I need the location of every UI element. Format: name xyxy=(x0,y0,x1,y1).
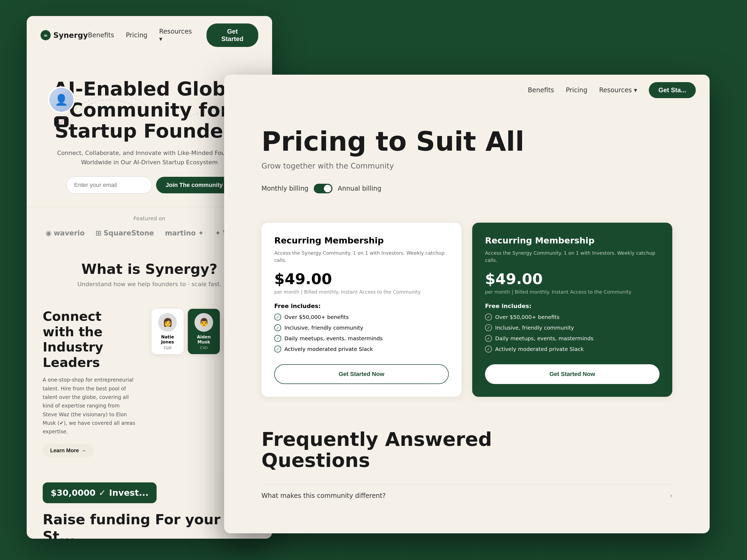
premium-feature-4: ✓ Actively moderated private Slack xyxy=(485,346,660,352)
join-btn[interactable]: Join The community xyxy=(156,177,232,193)
premium-price-meta: per month | Billed monthly. Instant Acce… xyxy=(485,289,660,295)
premium-desc: Access the Synergy Community. 1 on 1 wit… xyxy=(485,249,660,264)
billing-monthly-label: Monthly billing xyxy=(261,185,308,192)
pricing-nav-resources[interactable]: Resources ▾ xyxy=(599,86,637,94)
basic-title: Recurring Membership xyxy=(274,236,449,246)
logo-squarestone: ⊞SquareStone xyxy=(96,229,154,237)
invest-label: Invest... xyxy=(109,488,149,498)
basic-features-title: Free includes: xyxy=(274,303,449,309)
premium-check-3: ✓ xyxy=(485,335,492,342)
faq-heading: Frequently Answered Questions xyxy=(261,429,672,471)
faq-section: Frequently Answered Questions What makes… xyxy=(224,413,710,523)
logo-icon: ∞ xyxy=(41,30,51,40)
billing-annual-label: Annual billing xyxy=(338,185,381,192)
person-natie: 👩 Natie Jones CLO xyxy=(152,309,184,354)
premium-feature-3: ✓ Daily meetups, events, masterminds xyxy=(485,335,660,342)
premium-features-title: Free includes: xyxy=(485,303,660,309)
basic-feature-2: ✓ Inclusive, friendly community xyxy=(274,324,449,331)
pricing-nav-cta[interactable]: Get Sta... xyxy=(649,82,696,98)
billing-toggle: Monthly billing Annual billing xyxy=(261,184,672,193)
faq-item-1[interactable]: What makes this community different? › xyxy=(261,484,672,507)
main-nav: ∞ Synergy Benefits Pricing Resources ▾ G… xyxy=(27,16,272,54)
premium-feature-1: ✓ Over $50,000+ benefits xyxy=(485,314,660,321)
pricing-page-card: Benefits Pricing Resources ▾ Get Sta... … xyxy=(224,75,710,533)
amount-badge: $30,0000 ✓ Invest... xyxy=(43,482,157,503)
check-icon-3: ✓ xyxy=(274,335,281,342)
basic-feature-1: ✓ Over $50,000+ benefits xyxy=(274,314,449,321)
faq-arrow-1: › xyxy=(670,492,672,500)
pricing-heading: Pricing to Suit All xyxy=(261,127,672,156)
nav-pricing[interactable]: Pricing xyxy=(126,31,148,39)
connect-body: A one-stop-shop for entrepreneurial tale… xyxy=(43,375,135,436)
nav-links: Benefits Pricing Resources ▾ Get Started xyxy=(88,24,258,47)
premium-price: $49.00 xyxy=(485,270,660,288)
logo-martino: martino ✦ xyxy=(165,229,204,237)
nav-cta-button[interactable]: Get Started xyxy=(206,24,258,47)
pricing-subheading: Grow together with the Community xyxy=(261,162,672,170)
premium-check-2: ✓ xyxy=(485,324,492,331)
brand-name: Synergy xyxy=(53,31,88,40)
basic-desc: Access the Synergy Community. 1 on 1 wit… xyxy=(274,249,449,264)
premium-check-1: ✓ xyxy=(485,314,492,321)
basic-price-meta: per month | Billed monthly. Instant Acce… xyxy=(274,289,449,295)
toggle-knob xyxy=(324,185,331,192)
avatar-natie: 👩 xyxy=(158,313,177,332)
connect-text: Connect with the Industry Leaders A one-… xyxy=(43,309,135,457)
pricing-nav-benefits[interactable]: Benefits xyxy=(528,86,554,94)
plan-basic: Recurring Membership Access the Synergy … xyxy=(261,223,462,397)
check-icon-1: ✓ xyxy=(274,314,281,321)
check-icon-2: ✓ xyxy=(274,324,281,331)
brand-logo[interactable]: ∞ Synergy xyxy=(41,30,88,40)
plan-premium: Recurring Membership Access the Synergy … xyxy=(472,223,672,397)
nav-resources[interactable]: Resources ▾ xyxy=(159,28,195,43)
email-input[interactable] xyxy=(67,177,152,194)
basic-price: $49.00 xyxy=(274,270,449,288)
avatar-aiden: 👨 xyxy=(195,313,213,332)
amount-value: $30,0000 xyxy=(51,488,96,498)
person-aiden: 👨 Aiden Musk CXO xyxy=(188,309,220,354)
pricing-nav: Benefits Pricing Resources ▾ Get Sta... xyxy=(224,75,710,106)
pricing-hero: Pricing to Suit All Grow together with t… xyxy=(224,106,710,223)
connect-title: Connect with the Industry Leaders xyxy=(43,309,135,370)
premium-title: Recurring Membership xyxy=(485,236,660,246)
premium-feature-2: ✓ Inclusive, friendly community xyxy=(485,324,660,331)
pricing-nav-pricing[interactable]: Pricing xyxy=(566,86,588,94)
dashed-arc-left xyxy=(43,71,149,151)
basic-feature-3: ✓ Daily meetups, events, masterminds xyxy=(274,335,449,342)
premium-check-4: ✓ xyxy=(485,346,492,352)
pricing-cards-row: Recurring Membership Access the Synergy … xyxy=(224,223,710,413)
nav-benefits[interactable]: Benefits xyxy=(88,31,114,39)
premium-cta-button[interactable]: Get Started Now xyxy=(485,364,660,384)
logo-waverio: ◉waverio xyxy=(46,229,84,237)
billing-toggle-switch[interactable] xyxy=(314,184,332,193)
learn-more-button[interactable]: Learn More → xyxy=(43,444,94,457)
faq-question-1: What makes this community different? xyxy=(261,492,386,500)
basic-feature-4: ✓ Actively moderated private Slack xyxy=(274,346,449,352)
check-icon-4: ✓ xyxy=(274,346,281,352)
basic-cta-button[interactable]: Get Started Now xyxy=(274,364,449,384)
